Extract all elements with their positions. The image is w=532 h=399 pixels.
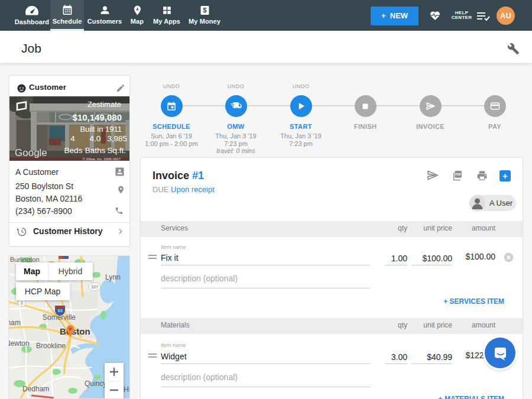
svg-text:Map: Map <box>24 267 40 276</box>
svg-text:Built in 1911: Built in 1911 <box>80 125 122 134</box>
svg-text:Sq.ft.: Sq.ft. <box>107 146 126 155</box>
svg-text:HCP Map: HCP Map <box>25 287 61 296</box>
svg-text:4: 4 <box>70 134 75 143</box>
svg-text:Lynn: Lynn <box>105 273 121 281</box>
svg-text:3,985: 3,985 <box>107 134 127 143</box>
svg-text:Quincy: Quincy <box>85 379 106 388</box>
svg-text:PDF: PDF <box>455 173 461 176</box>
svg-text:Beds: Beds <box>64 146 83 155</box>
svg-text:Hi: Hi <box>124 385 129 394</box>
svg-text:Newton: Newton <box>9 339 30 348</box>
svg-text:$: $ <box>203 7 207 14</box>
svg-text:$10,149,080: $10,149,080 <box>73 112 122 122</box>
svg-text:Waltham: Waltham <box>9 319 21 327</box>
svg-text:Baths: Baths <box>85 146 106 155</box>
svg-text:Zestimate: Zestimate <box>87 100 121 109</box>
svg-text:Brookline: Brookline <box>36 342 66 350</box>
svg-text:Hybrid: Hybrid <box>59 267 82 276</box>
svg-text:2: 2 <box>21 301 23 305</box>
svg-text:4.0: 4.0 <box>90 134 101 143</box>
svg-text:93: 93 <box>57 308 62 313</box>
svg-text:© Zillow, Inc. 2006-2017: © Zillow, Inc. 2006-2017 <box>83 157 121 161</box>
svg-text:107: 107 <box>91 285 98 289</box>
svg-text:Google: Google <box>15 147 47 158</box>
svg-text:Burlington: Burlington <box>10 256 40 263</box>
svg-text:Boston: Boston <box>60 326 90 336</box>
svg-text:Dedham: Dedham <box>22 385 49 393</box>
